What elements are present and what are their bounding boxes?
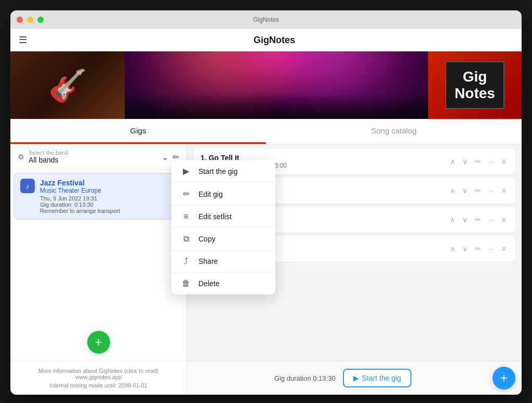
context-share[interactable]: ⤴ Share [171, 250, 275, 272]
close-button[interactable] [17, 17, 23, 23]
play-icon: ▶ [181, 166, 191, 176]
add-gig-button[interactable]: + [87, 331, 110, 354]
song-more-button[interactable]: ··· [486, 185, 497, 196]
song-down-button[interactable]: ∨ [460, 214, 470, 225]
copy-icon: ⧉ [181, 234, 191, 244]
add-song-button[interactable]: + [493, 367, 515, 389]
song-down-button[interactable]: ∨ [460, 244, 470, 254]
context-edit-setlist-label: Edit setlist [198, 212, 232, 221]
song-actions: ∧ ∨ ✏ ··· ≡ [448, 244, 508, 254]
context-copy-label: Copy [198, 235, 216, 243]
app-window: GigNotes ☰ GigNotes 🎸 Gig Notes Gigs S [10, 10, 522, 395]
gig-item-info: Jazz Festival Music Theater Europe Thu, … [40, 179, 177, 214]
gig-item[interactable]: ♪ Jazz Festival Music Theater Europe Thu… [14, 173, 183, 220]
sidebar: ⚙ Select the band All bands ⌄ ✏ ♪ Jazz F… [10, 144, 187, 395]
main-content: ⚙ Select the band All bands ⌄ ✏ ♪ Jazz F… [10, 144, 522, 395]
gig-notes-logo: Gig Notes [445, 61, 504, 109]
maximize-button[interactable] [37, 17, 44, 23]
song-up-button[interactable]: ∧ [448, 244, 457, 254]
context-edit-gig-label: Edit gig [198, 190, 223, 198]
minimize-button[interactable] [27, 17, 33, 23]
context-delete-label: Delete [198, 279, 219, 288]
tab-gigs[interactable]: Gigs [10, 119, 266, 144]
tabs-bar: Gigs Song catalog [10, 119, 522, 144]
song-up-button[interactable]: ∧ [448, 156, 457, 167]
gig-list: ♪ Jazz Festival Music Theater Europe Thu… [10, 170, 187, 324]
start-gig-button[interactable]: ▶ Start the gig [343, 369, 412, 387]
song-actions: ∧ ∨ ✏ ··· ≡ [448, 185, 508, 196]
context-start-gig-label: Start the gig [198, 167, 238, 176]
window-title: GigNotes [253, 16, 279, 23]
context-share-label: Share [198, 257, 218, 265]
song-reorder-button[interactable]: ≡ [500, 244, 508, 254]
song-up-button[interactable]: ∧ [448, 214, 457, 225]
context-delete[interactable]: 🗑 Delete [171, 273, 275, 294]
song-down-button[interactable]: ∨ [460, 185, 470, 196]
start-gig-label: Start the gig [362, 374, 402, 382]
hero-banner: 🎸 Gig Notes [10, 51, 522, 119]
song-reorder-button[interactable]: ≡ [500, 156, 508, 167]
start-gig-play-icon: ▶ [353, 374, 359, 382]
gig-note: Remember to arrange transport [40, 208, 177, 214]
gig-item-icon: ♪ [20, 179, 35, 193]
song-edit-button[interactable]: ✏ [473, 185, 483, 196]
context-copy[interactable]: ⧉ Copy [171, 228, 275, 250]
filter-icon: ⚙ [18, 153, 24, 161]
hero-concert-image [125, 51, 428, 119]
song-more-button[interactable]: ··· [486, 244, 497, 254]
hero-right-panel: Gig Notes [428, 51, 522, 119]
gig-duration-sidebar: Gig duration: 0:13:30 [40, 202, 177, 208]
context-edit-setlist[interactable]: ≡ Edit setlist [171, 206, 275, 227]
context-edit-gig[interactable]: ✏ Edit gig [171, 183, 275, 205]
song-actions: ∧ ∨ ✏ ··· ≡ [448, 214, 508, 225]
tab-song-catalog[interactable]: Song catalog [266, 119, 522, 144]
title-bar: GigNotes [10, 10, 522, 29]
menu-icon[interactable]: ☰ [19, 34, 27, 46]
gig-name: Jazz Festival [40, 179, 177, 187]
delete-icon: 🗑 [181, 279, 191, 288]
gig-date: Thu, 9 Jun 2022 19:31 [40, 195, 177, 202]
song-down-button[interactable]: ∨ [460, 156, 470, 167]
band-filter: ⚙ Select the band All bands ⌄ ✏ [10, 144, 187, 170]
hero-left-panel: 🎸 [10, 51, 125, 119]
edit-icon: ✏ [181, 189, 191, 199]
filter-value: All bands [29, 156, 162, 164]
song-up-button[interactable]: ∧ [448, 185, 457, 196]
gig-duration-label: Gig duration 0:13:30 [274, 374, 336, 382]
song-reorder-button[interactable]: ≡ [500, 185, 508, 196]
song-edit-button[interactable]: ✏ [473, 244, 483, 254]
setlist-footer: Gig duration 0:13:30 ▶ Start the gig + [187, 361, 522, 395]
context-menu: ▶ Start the gig ✏ Edit gig ≡ Edit setlis… [171, 160, 275, 294]
hero-guitar-image: 🎸 [10, 51, 125, 119]
song-reorder-button[interactable]: ≡ [500, 214, 508, 225]
app-header: ☰ GigNotes [10, 29, 522, 51]
gig-venue: Music Theater Europe [40, 187, 177, 194]
window-controls [17, 17, 44, 23]
footer-info: More information about GigNotes (click t… [18, 368, 179, 380]
band-filter-dropdown[interactable]: ⌄ [162, 152, 168, 162]
filter-label: Select the band [29, 150, 162, 156]
song-more-button[interactable]: ··· [486, 156, 497, 167]
context-start-gig[interactable]: ▶ Start the gig [171, 160, 275, 182]
crowd-silhouette [125, 93, 428, 119]
sidebar-footer[interactable]: More information about GigNotes (click t… [10, 361, 187, 395]
song-edit-button[interactable]: ✏ [473, 214, 483, 225]
share-icon: ⤴ [181, 257, 191, 266]
guitar-icon: 🎸 [48, 67, 87, 104]
footer-sub: Internal testing mode until: 2099-01-01 [18, 382, 179, 388]
setlist-icon: ≡ [181, 212, 191, 221]
song-edit-button[interactable]: ✏ [473, 156, 483, 167]
song-more-button[interactable]: ··· [486, 214, 497, 225]
app-title: GigNotes [35, 35, 513, 46]
song-actions: ∧ ∨ ✏ ··· ≡ [448, 156, 508, 167]
